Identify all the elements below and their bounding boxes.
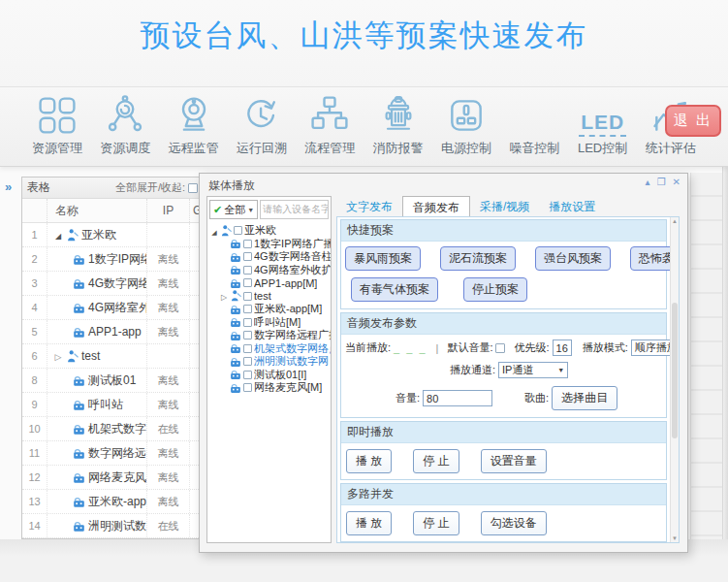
toolbar-item-resource-manage[interactable]: 资源管理 [23,87,91,166]
tree-item[interactable]: test [209,290,331,304]
maximize-icon[interactable]: ❐ [657,177,666,187]
action-button[interactable]: 停 止 [413,449,459,473]
scrollbar[interactable]: ▲ ▼ [670,217,679,542]
table-row[interactable]: 6 test [22,344,203,369]
toolbar-item-led-control[interactable]: LED LED控制 [569,87,637,166]
table-row[interactable]: 1 亚米欧 [22,223,203,247]
table-row[interactable]: 14 洲明测试数字网 在线 [22,514,203,538]
close-icon[interactable]: ✕ [673,177,681,187]
tree-item[interactable]: 呼叫站[M] [209,316,331,330]
tree-item[interactable]: 洲明测试数字网 [209,355,331,369]
exit-button[interactable]: 退 出 [665,105,721,137]
device-name-cell[interactable]: 亚米欧 [47,223,147,246]
tree-item[interactable]: 网络麦克风[M] [209,381,331,395]
checkbox[interactable] [243,357,252,366]
table-row[interactable]: 8 测试板01 离线 [22,369,203,393]
device-search-input[interactable]: 请输入设备名字 [260,200,329,219]
table-row[interactable]: 3 4G数字网络音柱 离线 [22,272,203,296]
device-name-cell[interactable]: 呼叫站 [47,393,147,416]
tree-item[interactable]: 4G数字网络音柱 [209,250,331,264]
toolbar-item-noise-control[interactable]: 噪音控制 [500,87,568,166]
action-button[interactable]: 播 放 [346,449,392,473]
device-name-cell[interactable]: 亚米欧-app [47,490,147,513]
toolbar-item-flow-manage[interactable]: 流程管理 [296,87,364,166]
tree-item[interactable]: 数字网络远程广播 [209,329,331,342]
tab[interactable]: 采播/视频 [470,196,539,216]
minimize-icon[interactable]: ▴ [646,177,650,187]
toolbar-item-power-control[interactable]: 电源控制 [432,87,500,166]
dialog-titlebar[interactable]: 媒体播放 ▴ ❐ ✕ [200,174,687,195]
checkbox[interactable] [243,266,252,275]
table-row[interactable]: 12 网络麦克风 离线 [22,466,203,490]
tree-expander-icon[interactable] [53,349,63,363]
checkbox[interactable] [243,305,252,313]
tree-item[interactable]: 测试板01[I] [209,369,331,382]
toolbar-item-resource-dispatch[interactable]: 资源调度 [91,87,159,166]
scroll-up-icon[interactable]: ▲ [671,218,679,224]
device-name-cell[interactable]: APP1-app [47,320,147,343]
checkbox[interactable] [234,226,242,235]
preset-button[interactable]: 强台风预案 [535,246,611,271]
default-volume-checkbox[interactable] [495,343,505,353]
table-row[interactable]: 13 亚米欧-app 离线 [22,490,203,514]
expand-panel-icon[interactable]: » [5,179,12,194]
tab[interactable]: 音频发布 [402,196,470,216]
preset-button[interactable]: 有毒气体预案 [351,277,438,302]
toolbar-item-run-trace[interactable]: 运行回溯 [228,87,296,166]
tree-item[interactable]: APP1-app[M] [209,276,331,290]
checkbox[interactable] [188,183,198,193]
checkbox[interactable] [243,240,252,248]
filter-dropdown[interactable]: ✔ 全部 ▼ [209,200,258,219]
channel-select[interactable]: IP通道 ▼ [498,362,568,378]
tree-root[interactable]: 亚米欧 [209,224,331,238]
toolbar-item-remote-monitor[interactable]: 远程监管 [160,87,228,166]
table-row[interactable]: 4 4G网络室外收扩 离线 [22,296,203,320]
col-ip[interactable]: IP [147,199,190,222]
preset-button[interactable]: 停止预案 [463,277,527,302]
tree-item[interactable]: 亚米欧-app[M] [209,303,331,316]
checkbox[interactable] [243,278,252,287]
device-name-cell[interactable]: 机架式数字网络 [47,417,147,440]
volume-input[interactable]: 80 [423,390,492,406]
table-row[interactable]: 9 呼叫站 离线 [22,393,203,417]
checkbox[interactable] [243,252,252,261]
col-name[interactable]: 名称 [47,199,147,222]
priority-input[interactable]: 16 [553,340,572,356]
device-name-cell[interactable]: 测试板01 [47,369,147,392]
device-name-cell[interactable]: 网络麦克风 [47,466,147,489]
device-name-cell[interactable]: 洲明测试数字网 [47,514,147,537]
device-name-cell[interactable]: 4G数字网络音柱 [47,272,147,295]
tree-item[interactable]: 4G网络室外收扩 [209,264,331,277]
device-name-cell[interactable]: 4G网络室外收扩 [47,296,147,319]
checkbox[interactable] [243,331,252,340]
action-button[interactable]: 设置音量 [481,449,547,473]
preset-button[interactable]: 暴风雨预案 [345,246,421,271]
action-button[interactable]: 勾选设备 [481,511,547,535]
expand-collapse-toggle[interactable]: 全部展开/收起: [115,180,198,195]
checkbox[interactable] [243,318,252,327]
device-name-cell[interactable]: 1数字IP网络广播 [47,247,147,271]
action-button[interactable]: 播 放 [346,511,392,535]
select-track-button[interactable]: 选择曲目 [552,386,617,410]
tab[interactable]: 播放设置 [539,196,605,216]
toolbar-item-fire-alarm[interactable]: 消防报警 [364,87,432,166]
checkbox[interactable] [243,292,252,301]
scroll-down-icon[interactable]: ▼ [671,535,679,541]
checkbox[interactable] [243,371,252,379]
tree-item[interactable]: 机架式数字网络点 [209,342,331,356]
table-row[interactable]: 11 数字网络远程广 离线 [22,441,203,466]
device-name-cell[interactable]: test [47,344,147,368]
checkbox[interactable] [243,344,252,353]
tree-expander-icon[interactable] [210,225,218,237]
tree-expander-icon[interactable] [53,228,63,242]
checkbox[interactable] [243,383,252,392]
table-row[interactable]: 10 机架式数字网络 在线 [22,417,203,441]
preset-button[interactable]: 泥石流预案 [440,246,516,271]
scrollbar-thumb[interactable] [672,303,678,438]
tree-item[interactable]: 1数字IP网络广播 [209,238,331,251]
tab[interactable]: 文字发布 [336,196,402,216]
tree-expander-icon[interactable] [220,290,228,302]
table-row[interactable]: 2 1数字IP网络广播 离线 [22,247,203,272]
table-row[interactable]: 5 APP1-app 离线 [22,320,203,344]
action-button[interactable]: 停 止 [413,511,459,535]
